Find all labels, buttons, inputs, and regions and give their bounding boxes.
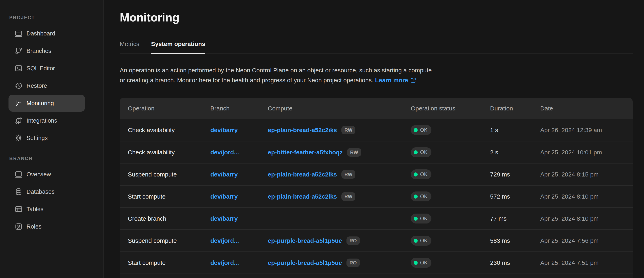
tab-metrics[interactable]: Metrics bbox=[120, 40, 139, 54]
sidebar-section-label: BRANCH bbox=[9, 156, 103, 161]
table-row: Suspend compute dev/barry ep-plain-bread… bbox=[120, 163, 633, 185]
status-badge: OK bbox=[411, 214, 432, 223]
sidebar-item-label: SQL Editor bbox=[26, 65, 55, 72]
sidebar-item-label: Databases bbox=[26, 188, 54, 195]
branches-icon bbox=[14, 47, 23, 55]
learn-more-link[interactable]: Learn more bbox=[375, 77, 408, 83]
table-row: Check availability dev/jord... ep-bitter… bbox=[120, 141, 633, 163]
page-title: Monitoring bbox=[120, 11, 633, 24]
status-label: OK bbox=[420, 238, 428, 243]
branch-cell: dev/jord... bbox=[210, 237, 268, 244]
external-link-icon bbox=[410, 76, 416, 82]
branch-link[interactable]: dev/barry bbox=[210, 127, 238, 133]
compute-cell: ep-plain-bread-a52c2iks RW bbox=[268, 192, 411, 201]
app-root: PROJECT Dashboard Branches SQL Editor Re… bbox=[0, 0, 644, 278]
compute-link[interactable]: ep-purple-bread-a5l1p5ue bbox=[268, 259, 342, 266]
sidebar-item-label: Dashboard bbox=[26, 30, 55, 37]
branch-cell: dev/barry bbox=[210, 215, 268, 222]
sidebar-item-restore[interactable]: Restore bbox=[8, 77, 85, 94]
duration-cell: 729 ms bbox=[490, 171, 540, 178]
sidebar-item-integrations[interactable]: Integrations bbox=[8, 112, 85, 129]
operation-cell: Start compute bbox=[128, 259, 210, 266]
sidebar-item-label: Monitoring bbox=[26, 100, 54, 107]
column-header-duration: Duration bbox=[490, 105, 540, 112]
branch-link[interactable]: dev/jord... bbox=[210, 259, 239, 266]
branch-link[interactable]: dev/jord... bbox=[210, 149, 239, 156]
description-line-1: An operation is an action performed by t… bbox=[120, 67, 432, 74]
sidebar-item-tables[interactable]: Tables bbox=[8, 201, 85, 218]
date-cell: Apr 25, 2024 8:15 pm bbox=[540, 171, 624, 178]
branch-cell: dev/barry bbox=[210, 171, 268, 178]
sidebar-item-branches[interactable]: Branches bbox=[8, 42, 85, 59]
compute-link[interactable]: ep-bitter-feather-a5fxhoqz bbox=[268, 149, 343, 156]
roles-icon bbox=[14, 222, 23, 231]
column-header-operation-status: Operation status bbox=[411, 105, 490, 112]
sidebar-section-items: Dashboard Branches SQL Editor Restore Mo… bbox=[0, 25, 103, 147]
sidebar-item-label: Restore bbox=[26, 82, 47, 89]
status-badge: OK bbox=[411, 125, 432, 135]
sidebar-item-label: Tables bbox=[26, 206, 44, 213]
column-header-date: Date bbox=[540, 105, 624, 112]
operation-cell: Suspend compute bbox=[128, 171, 210, 178]
status-label: OK bbox=[420, 216, 428, 221]
sidebar-item-label: Integrations bbox=[26, 117, 57, 124]
status-cell: OK bbox=[411, 192, 490, 201]
sidebar-item-monitoring[interactable]: Monitoring bbox=[8, 95, 85, 112]
status-badge: OK bbox=[411, 236, 432, 246]
branch-cell: dev/jord... bbox=[210, 149, 268, 156]
status-ok-dot-icon bbox=[414, 172, 418, 177]
date-cell: Apr 25, 2024 7:51 pm bbox=[540, 259, 624, 266]
compute-access-badge: RW bbox=[342, 170, 356, 179]
sidebar-item-dashboard[interactable]: Dashboard bbox=[8, 25, 85, 42]
status-ok-dot-icon bbox=[414, 261, 418, 265]
branch-link[interactable]: dev/jord... bbox=[210, 237, 239, 244]
date-cell: Apr 25, 2024 8:10 pm bbox=[540, 215, 624, 222]
sidebar-section-branch: BRANCH Overview Databases Tables Roles bbox=[0, 156, 103, 235]
branch-cell: dev/barry bbox=[210, 193, 268, 200]
tab-bar: Metrics System operations bbox=[120, 40, 633, 54]
date-cell: Apr 25, 2024 8:10 pm bbox=[540, 193, 624, 200]
compute-link[interactable]: ep-plain-bread-a52c2iks bbox=[268, 127, 337, 133]
branch-cell: dev/jord... bbox=[210, 259, 268, 266]
status-badge: OK bbox=[411, 169, 432, 179]
tables-icon bbox=[14, 205, 23, 213]
compute-link[interactable]: ep-plain-bread-a52c2iks bbox=[268, 193, 337, 200]
status-cell: OK bbox=[411, 147, 490, 157]
compute-access-badge: RW bbox=[342, 126, 356, 134]
duration-cell: 77 ms bbox=[490, 215, 540, 222]
compute-access-badge: RO bbox=[346, 236, 360, 245]
table-row: Check availability dev/barry ep-plain-br… bbox=[120, 119, 633, 141]
sidebar-item-label: Overview bbox=[26, 171, 51, 178]
compute-link[interactable]: ep-purple-bread-a5l1p5ue bbox=[268, 237, 342, 244]
sidebar-item-overview[interactable]: Overview bbox=[8, 166, 85, 183]
branch-link[interactable]: dev/barry bbox=[210, 171, 238, 178]
compute-access-badge: RW bbox=[342, 192, 356, 201]
sidebar-item-sql-editor[interactable]: SQL Editor bbox=[8, 60, 85, 77]
status-cell: OK bbox=[411, 258, 490, 268]
sidebar-section-project: PROJECT Dashboard Branches SQL Editor Re… bbox=[0, 15, 103, 147]
monitoring-icon bbox=[14, 99, 23, 107]
table-row: Start compute dev/barry ep-plain-bread-a… bbox=[120, 185, 633, 207]
table-row: Create branch dev/barry OK 77 ms Apr 25,… bbox=[120, 207, 633, 229]
branch-link[interactable]: dev/barry bbox=[210, 215, 238, 222]
duration-cell: 583 ms bbox=[490, 237, 540, 244]
sidebar-item-databases[interactable]: Databases bbox=[8, 183, 85, 200]
table-row: Start compute dev/jord... ep-purple-brea… bbox=[120, 251, 633, 273]
sidebar-section-items: Overview Databases Tables Roles bbox=[0, 166, 103, 235]
sidebar: PROJECT Dashboard Branches SQL Editor Re… bbox=[0, 0, 104, 278]
duration-cell: 230 ms bbox=[490, 259, 540, 266]
status-cell: OK bbox=[411, 214, 490, 223]
branch-link[interactable]: dev/barry bbox=[210, 193, 238, 200]
tab-system-operations[interactable]: System operations bbox=[151, 40, 205, 54]
sidebar-item-label: Settings bbox=[26, 135, 48, 142]
status-cell: OK bbox=[411, 125, 490, 135]
status-badge: OK bbox=[411, 192, 432, 201]
settings-icon bbox=[14, 134, 23, 142]
sidebar-item-settings[interactable]: Settings bbox=[8, 129, 85, 147]
compute-cell: ep-bitter-feather-a5fxhoqz RW bbox=[268, 148, 411, 157]
integrations-icon bbox=[14, 116, 23, 125]
status-label: OK bbox=[420, 260, 428, 265]
sidebar-item-roles[interactable]: Roles bbox=[8, 218, 85, 235]
table-body: Check availability dev/barry ep-plain-br… bbox=[120, 119, 633, 278]
compute-link[interactable]: ep-plain-bread-a52c2iks bbox=[268, 171, 337, 178]
